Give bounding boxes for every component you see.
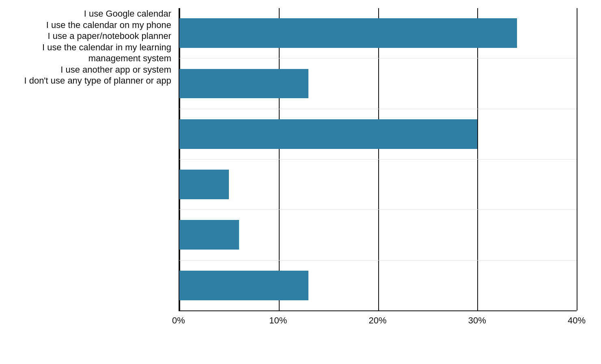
bar-2 (179, 119, 477, 149)
x-axis-labels: 0%10%20%30%40% (179, 311, 577, 332)
bar-5 (179, 271, 308, 300)
x-label-4: 40% (568, 315, 586, 326)
bars-section (179, 8, 577, 311)
bar-1 (179, 69, 308, 99)
bar-row-0 (179, 8, 577, 58)
grid-line-4 (577, 8, 577, 310)
chart-area: I use Google calendarI use the calendar … (0, 8, 577, 311)
y-label-1: I use the calendar on my phone (0, 19, 179, 31)
bar-row-4 (179, 210, 577, 260)
y-label-3: I use the calendar in my learning manage… (0, 42, 179, 64)
bar-0 (179, 18, 517, 48)
y-label-0: I use Google calendar (0, 8, 179, 19)
bar-row-3 (179, 159, 577, 210)
y-label-2: I use a paper/notebook planner (0, 30, 179, 42)
y-labels: I use Google calendarI use the calendar … (0, 8, 179, 311)
bar-row-2 (179, 109, 577, 159)
bar-row-5 (179, 261, 577, 310)
x-label-1: 10% (269, 315, 287, 326)
x-label-2: 20% (368, 315, 386, 326)
bar-4 (179, 220, 239, 250)
x-label-0: 0% (172, 315, 185, 326)
y-label-5: I don't use any type of planner or app (0, 75, 179, 86)
bar-3 (179, 170, 229, 199)
x-label-3: 30% (468, 315, 486, 326)
bar-row-1 (179, 58, 577, 109)
chart-container: I use Google calendarI use the calendar … (0, 0, 601, 364)
y-label-4: I use another app or system (0, 64, 179, 75)
bar-rows (179, 8, 577, 310)
